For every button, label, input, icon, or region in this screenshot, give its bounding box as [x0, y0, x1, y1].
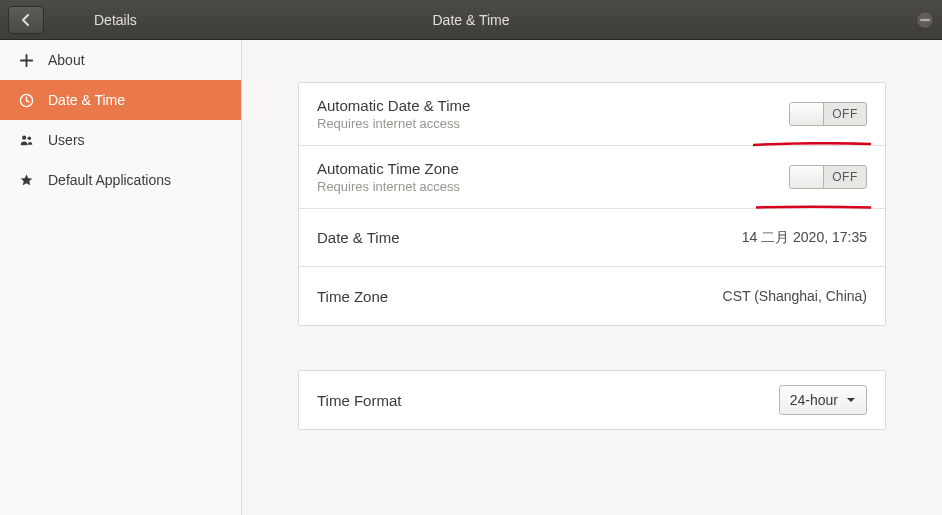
row-title: Automatic Date & Time — [317, 97, 470, 114]
toggle-label: OFF — [824, 107, 866, 121]
users-icon — [18, 132, 34, 148]
automatic-date-time-toggle[interactable]: OFF — [789, 102, 867, 126]
row-automatic-time-zone: Automatic Time Zone Requires internet ac… — [299, 146, 885, 209]
sidebar-item-label: Default Applications — [48, 172, 171, 188]
row-subtitle: Requires internet access — [317, 116, 470, 131]
settings-group-main: Automatic Date & Time Requires internet … — [298, 82, 886, 326]
row-title: Automatic Time Zone — [317, 160, 460, 177]
sidebar-item-about[interactable]: About — [0, 40, 241, 80]
minimize-button[interactable] — [916, 11, 934, 29]
minimize-icon — [917, 12, 933, 28]
sidebar-item-label: About — [48, 52, 85, 68]
main: About Date & Time Users Default Applicat… — [0, 40, 942, 515]
row-title: Time Zone — [317, 288, 388, 305]
row-time-zone[interactable]: Time Zone CST (Shanghai, China) — [299, 267, 885, 325]
titlebar: Details Date & Time — [0, 0, 942, 40]
row-value: CST (Shanghai, China) — [723, 288, 867, 304]
plus-icon — [18, 52, 34, 68]
row-title: Date & Time — [317, 229, 400, 246]
sidebar-item-label: Date & Time — [48, 92, 125, 108]
svg-point-2 — [22, 135, 26, 139]
row-value: 14 二月 2020, 17:35 — [742, 229, 867, 247]
back-button[interactable] — [8, 6, 44, 34]
sidebar: About Date & Time Users Default Applicat… — [0, 40, 242, 515]
toggle-label: OFF — [824, 170, 866, 184]
toggle-knob — [790, 103, 824, 125]
star-icon — [18, 172, 34, 188]
chevron-down-icon — [846, 395, 856, 405]
automatic-time-zone-toggle[interactable]: OFF — [789, 165, 867, 189]
row-automatic-date-time: Automatic Date & Time Requires internet … — [299, 83, 885, 146]
row-labels: Automatic Date & Time Requires internet … — [317, 97, 470, 131]
sidebar-item-users[interactable]: Users — [0, 120, 241, 160]
row-time-format: Time Format 24-hour — [299, 371, 885, 429]
time-format-combobox[interactable]: 24-hour — [779, 385, 867, 415]
settings-group-format: Time Format 24-hour — [298, 370, 886, 430]
row-title: Time Format — [317, 392, 401, 409]
sidebar-item-date-time[interactable]: Date & Time — [0, 80, 241, 120]
titlebar-center-label: Date & Time — [371, 12, 571, 28]
sidebar-item-default-applications[interactable]: Default Applications — [0, 160, 241, 200]
toggle-knob — [790, 166, 824, 188]
chevron-left-icon — [20, 14, 32, 26]
content: Automatic Date & Time Requires internet … — [242, 40, 942, 515]
sidebar-item-label: Users — [48, 132, 85, 148]
clock-icon — [18, 92, 34, 108]
titlebar-left-label: Details — [94, 12, 137, 28]
row-date-time[interactable]: Date & Time 14 二月 2020, 17:35 — [299, 209, 885, 267]
svg-point-3 — [27, 136, 31, 140]
row-subtitle: Requires internet access — [317, 179, 460, 194]
combobox-value: 24-hour — [790, 392, 838, 408]
row-labels: Automatic Time Zone Requires internet ac… — [317, 160, 460, 194]
